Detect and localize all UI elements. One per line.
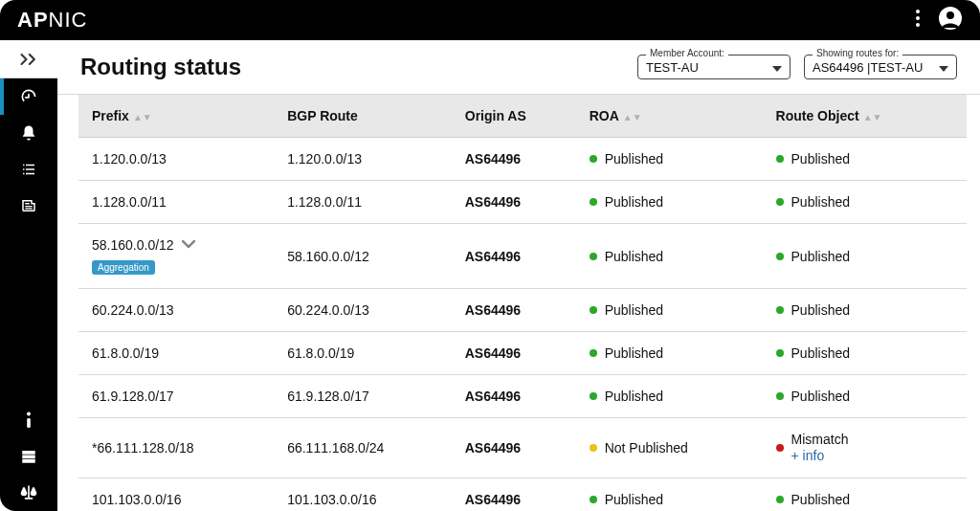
status-dot-icon	[590, 253, 597, 260]
select-value: AS64496 |TEST-AU	[813, 60, 923, 75]
status-text: Mismatch	[791, 432, 849, 448]
balance-icon	[19, 484, 38, 501]
status-dot-icon	[776, 392, 784, 400]
table-area: Prefix▲▼ BGP Route Origin AS ROA▲▼ Route…	[57, 95, 980, 511]
sidebar-item-servers[interactable]	[0, 438, 57, 475]
cell-route-object: Published	[763, 332, 967, 375]
status-text: Published	[791, 249, 851, 264]
cell-roa: Published	[576, 375, 763, 418]
content: Routing status Member Account: TEST-AU S…	[57, 40, 980, 511]
sidebar-item-dashboard[interactable]	[0, 78, 57, 115]
col-header-bgp[interactable]: BGP Route	[274, 95, 452, 138]
status-dot-icon	[776, 198, 784, 206]
status-text: Published	[605, 151, 664, 167]
status-text: Published	[791, 302, 851, 318]
cell-prefix: 101.103.0.0/16	[78, 478, 274, 511]
svg-point-1	[916, 16, 920, 20]
status-dot-icon	[590, 444, 597, 452]
cell-origin: AS64496	[452, 289, 576, 332]
cell-roa: Published	[576, 478, 763, 511]
info-icon	[25, 411, 33, 429]
cell-roa: Published	[576, 181, 763, 224]
cell-route-object: Published	[763, 138, 967, 181]
sidebar-item-balance[interactable]	[0, 475, 57, 511]
status-text: Published	[791, 345, 851, 361]
sidebar-item-alerts[interactable]	[0, 115, 57, 151]
server-icon	[20, 448, 37, 465]
sidebar-item-news[interactable]	[0, 188, 57, 224]
cell-prefix: *66.111.128.0/18	[78, 418, 274, 478]
cell-roa: Published	[576, 224, 763, 289]
more-vert-icon[interactable]	[915, 9, 921, 32]
table-row: 58.160.0.0/12Aggregation58.160.0.0/12AS6…	[78, 224, 967, 289]
cell-origin: AS64496	[452, 478, 576, 511]
status-text: Published	[605, 302, 664, 318]
cell-route-object: Published	[763, 224, 967, 289]
cell-route-object: Published	[763, 181, 967, 224]
table-row: *66.111.128.0/1866.111.168.0/24AS64496No…	[78, 418, 967, 478]
status-dot-icon	[590, 496, 597, 503]
newspaper-icon	[20, 197, 37, 214]
status-text: Published	[791, 194, 851, 210]
cell-bgp: 61.9.128.0/17	[274, 375, 452, 418]
svg-point-2	[916, 23, 920, 27]
account-icon[interactable]	[938, 6, 963, 34]
gauge-icon	[19, 87, 38, 106]
status-dot-icon	[590, 306, 597, 314]
status-dot-icon	[776, 496, 784, 503]
table-row: 1.120.0.0/131.120.0.0/13AS64496Published…	[78, 138, 967, 181]
chevron-down-icon[interactable]	[182, 237, 195, 253]
table-row: 61.9.128.0/1761.9.128.0/17AS64496Publish…	[78, 375, 967, 418]
status-dot-icon	[590, 349, 597, 357]
status-dot-icon	[776, 155, 784, 163]
select-label: Member Account:	[646, 48, 728, 58]
svg-rect-6	[27, 418, 31, 428]
status-dot-icon	[590, 198, 597, 206]
member-account-select[interactable]: Member Account: TEST-AU	[637, 55, 791, 79]
cell-roa: Published	[576, 332, 763, 375]
routes-for-select[interactable]: Showing routes for: AS64496 |TEST-AU	[804, 55, 957, 79]
status-dot-icon	[776, 253, 784, 260]
svg-point-0	[916, 10, 920, 13]
status-text: Published	[605, 249, 664, 264]
header-controls: Member Account: TEST-AU Showing routes f…	[637, 55, 957, 79]
status-dot-icon	[590, 155, 597, 163]
sidebar-item-info[interactable]	[0, 402, 57, 438]
status-text: Published	[605, 389, 664, 404]
status-text: Published	[791, 151, 851, 167]
status-text: Published	[605, 492, 664, 507]
sort-icon: ▲▼	[863, 112, 882, 122]
cell-bgp: 61.8.0.0/19	[274, 332, 452, 375]
status-dot-icon	[776, 306, 784, 314]
sidebar-item-list[interactable]	[0, 151, 57, 188]
logo-bold: AP	[17, 8, 49, 32]
cell-prefix: 61.9.128.0/17	[78, 375, 274, 418]
cell-origin: AS64496	[452, 418, 576, 478]
cell-prefix: 1.128.0.0/11	[78, 181, 274, 224]
status-text: Published	[605, 345, 664, 361]
cell-bgp: 66.111.168.0/24	[274, 418, 452, 478]
cell-origin: AS64496	[452, 224, 576, 289]
cell-origin: AS64496	[452, 375, 576, 418]
col-header-origin[interactable]: Origin AS	[452, 95, 576, 138]
cell-origin: AS64496	[452, 332, 576, 375]
sidebar-expand-button[interactable]	[0, 40, 57, 78]
sidebar	[0, 40, 57, 511]
cell-prefix: 60.224.0.0/13	[78, 289, 274, 332]
info-link[interactable]: + info	[791, 448, 849, 464]
sort-icon: ▲▼	[133, 112, 152, 122]
cell-roa: Published	[576, 289, 763, 332]
caret-down-icon	[772, 58, 782, 76]
cell-prefix: 1.120.0.0/13	[78, 138, 274, 181]
cell-route-object: Published	[763, 289, 967, 332]
status-text: Published	[605, 194, 664, 210]
col-header-prefix[interactable]: Prefix▲▼	[78, 95, 274, 138]
col-header-route-object[interactable]: Route Object▲▼	[763, 95, 967, 138]
cell-bgp: 1.128.0.0/11	[274, 181, 452, 224]
col-header-roa[interactable]: ROA▲▼	[576, 95, 763, 138]
cell-roa: Not Published	[576, 418, 763, 478]
routing-table: Prefix▲▼ BGP Route Origin AS ROA▲▼ Route…	[78, 95, 967, 511]
cell-bgp: 58.160.0.0/12	[274, 224, 452, 289]
cell-route-object: Mismatch+ info	[763, 418, 967, 478]
cell-bgp: 1.120.0.0/13	[274, 138, 452, 181]
